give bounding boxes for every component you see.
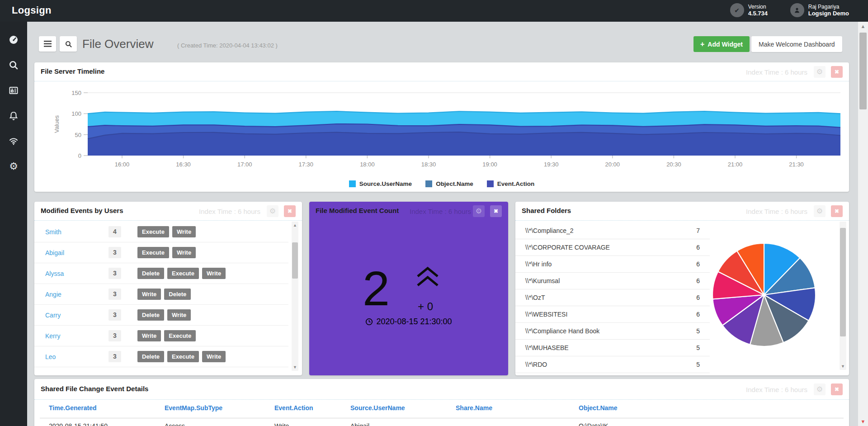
action-tag[interactable]: Write	[137, 330, 161, 341]
user-link[interactable]: Carry	[45, 312, 108, 319]
scroll-down-arrow[interactable]: ▼	[840, 364, 846, 369]
scroll-down-arrow[interactable]: ▼	[858, 419, 868, 424]
legend-label: Source.UserName	[359, 180, 412, 187]
action-tag[interactable]: Execute	[167, 351, 199, 362]
widget-settings-button[interactable]: ⚙	[267, 205, 278, 217]
action-tag[interactable]: Delete	[137, 268, 164, 279]
menu-button[interactable]	[39, 36, 56, 52]
folder-count: 6	[696, 244, 700, 251]
page-title: File Overview	[82, 37, 153, 51]
action-tag[interactable]: Delete	[164, 289, 191, 300]
widget-title: Shared File Change Event Details	[41, 385, 148, 393]
widget-settings-button[interactable]: ⚙	[814, 383, 826, 395]
sidebar-item-alerts[interactable]	[0, 103, 27, 128]
sidebar-item-reports[interactable]	[0, 78, 27, 103]
action-tag[interactable]: Write	[167, 309, 191, 321]
sidebar: ⚙	[0, 22, 27, 426]
action-tag[interactable]: Execute	[164, 330, 196, 341]
sidebar-item-dashboard[interactable]	[0, 27, 27, 52]
sidebar-item-settings[interactable]: ⚙	[0, 154, 27, 179]
scroll-up-arrow[interactable]: ▲	[292, 223, 298, 227]
divider	[34, 399, 849, 400]
column-header: Time.Generated	[49, 404, 97, 412]
svg-text:18:30: 18:30	[421, 161, 436, 168]
action-tag[interactable]: Delete	[137, 309, 164, 321]
sidebar-item-network[interactable]	[0, 128, 27, 154]
folder-name: \\*\WEBSITESI	[525, 311, 567, 318]
widget-close-button[interactable]: ✖	[831, 66, 843, 78]
table-cell: Write	[274, 422, 289, 426]
search-button[interactable]	[60, 36, 77, 52]
version-label: Version	[748, 4, 768, 10]
user-link[interactable]: Kerry	[45, 332, 108, 340]
action-tag[interactable]: Delete	[137, 351, 164, 362]
action-tag[interactable]: Write	[137, 289, 161, 300]
scroll-down-arrow[interactable]: ▼	[292, 365, 298, 369]
page-scrollbar[interactable]: ▲ ▼	[858, 22, 868, 426]
action-tag[interactable]: Execute	[137, 226, 169, 237]
scroll-thumb[interactable]	[292, 242, 298, 279]
action-tag[interactable]: Write	[172, 226, 196, 237]
widget-scrollbar[interactable]: ▲ ▼	[292, 222, 298, 371]
legend-swatch	[349, 180, 356, 187]
scroll-up-arrow[interactable]: ▲	[858, 24, 868, 29]
user-event-row: Kerry3WriteExecute	[34, 326, 288, 346]
action-tag[interactable]: Write	[202, 351, 226, 362]
svg-text:21:30: 21:30	[789, 161, 804, 168]
legend-item[interactable]: Source.UserName	[349, 180, 412, 187]
action-tags: DeleteExecuteWrite	[137, 351, 229, 362]
action-tags: WriteDelete	[137, 289, 194, 300]
user-event-row: Carry3DeleteWrite	[34, 305, 288, 326]
shared-folder-row: \\*\Hr info6	[515, 256, 710, 273]
widget-settings-button[interactable]: ⚙	[473, 205, 485, 217]
action-tags: DeleteWrite	[137, 309, 194, 321]
widget-close-button[interactable]: ✖	[831, 205, 843, 217]
shared-folders-pie-chart	[709, 240, 819, 350]
add-widget-button[interactable]: + Add Widget	[693, 36, 750, 52]
version-check-icon: ✔	[730, 3, 744, 17]
user-events-list: Smith4ExecuteWriteAbigail3ExecuteWriteAl…	[34, 222, 288, 367]
legend-swatch	[487, 180, 494, 187]
folder-name: \\*\RDO	[525, 361, 547, 368]
chart-legend: Source.UserNameObject.NameEvent.Action	[34, 180, 849, 187]
folder-count: 5	[696, 361, 700, 368]
user-link[interactable]: Angie	[45, 291, 108, 298]
clock-icon	[365, 318, 373, 326]
widget-title: File Server Timeline	[41, 67, 104, 75]
legend-item[interactable]: Event.Action	[487, 180, 535, 187]
legend-item[interactable]: Object.Name	[425, 180, 473, 187]
folder-name: \\*\MUHASEBE	[525, 344, 569, 351]
widget-close-button[interactable]: ✖	[490, 205, 502, 217]
folder-name: \\*\Compliance_2	[525, 227, 574, 234]
widget-settings-button[interactable]: ⚙	[814, 205, 826, 217]
user-org: Logsign Demo	[808, 10, 849, 17]
action-tag[interactable]: Write	[172, 247, 196, 258]
action-tag[interactable]: Execute	[167, 268, 199, 279]
shared-folder-row: \\*\MUHASEBE5	[515, 340, 710, 356]
event-count-badge: 3	[108, 289, 121, 300]
svg-text:16:00: 16:00	[115, 161, 130, 168]
user-link[interactable]: Alyssa	[45, 270, 108, 277]
user-link[interactable]: Abigail	[45, 249, 108, 256]
svg-text:0: 0	[78, 152, 81, 159]
user-menu[interactable]: Raj Pagariya Logsign Demo	[790, 3, 849, 17]
make-welcome-dashboard-button[interactable]: Make Welcome Dashboard	[751, 36, 842, 52]
folder-name: \\*\OzT	[525, 294, 545, 301]
user-link[interactable]: Smith	[45, 228, 108, 236]
folder-count: 5	[696, 344, 700, 351]
widget-scrollbar[interactable]: ▼	[840, 222, 846, 370]
scroll-thumb[interactable]	[859, 33, 867, 109]
action-tag[interactable]: Write	[202, 268, 226, 279]
widget-close-button[interactable]: ✖	[284, 205, 296, 217]
user-link[interactable]: Leo	[45, 353, 108, 360]
svg-text:19:00: 19:00	[482, 161, 497, 168]
action-tag[interactable]: Execute	[137, 247, 169, 258]
widget-close-button[interactable]: ✖	[831, 383, 843, 395]
scroll-thumb[interactable]	[840, 228, 846, 336]
shared-folder-row: \\*\Compliance Hand Book5	[515, 323, 710, 340]
widget-settings-button[interactable]: ⚙	[814, 66, 826, 78]
shared-folder-row: \\*\OzT6	[515, 289, 710, 306]
user-event-row: Angie3WriteDelete	[34, 284, 288, 305]
sidebar-item-search[interactable]	[0, 52, 27, 78]
action-tags: ExecuteWrite	[137, 226, 199, 237]
